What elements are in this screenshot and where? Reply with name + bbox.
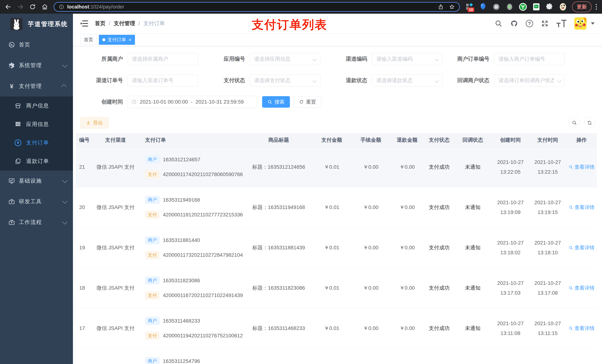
callback-status-select[interactable] [494,74,565,87]
channel-code-select[interactable] [372,53,442,65]
sidebar-item-pay[interactable]: ¥ 支付管理 [0,76,73,96]
briefcase-icon [8,219,15,226]
avatar[interactable] [574,17,586,30]
close-icon[interactable]: × [129,37,131,42]
sidebar-item-dev-tools[interactable]: 研发工具 [0,191,73,212]
cell-pay-time: 2021-10-2713:17:08 [529,268,566,308]
merchant-input[interactable] [127,53,198,65]
merchant-order-no-input[interactable] [494,53,565,65]
app-select[interactable] [249,53,320,65]
sidebar-item-refund-order[interactable]: 退款订单 [0,152,73,171]
url-path: :1024/pay/order [89,4,124,10]
sidebar-item-workflow[interactable]: 工作流程 [0,212,73,233]
sidebar-item-merchant-info[interactable]: 商户信息 [0,96,73,115]
col-fee: 手续金额 [352,133,389,147]
caret-down-icon[interactable] [591,22,595,25]
cell-pay-order: 商户1635311823086 支付4200001167202110271022… [142,268,246,308]
search-button[interactable]: 搜索 [262,96,290,108]
github-icon[interactable] [510,20,518,27]
filter-label-merchant-order-no: 商户订单编号 [442,55,489,63]
record-icon[interactable] [505,3,514,11]
extension-grid-icon[interactable]: 10 [465,3,474,11]
sidebar-item-infrastructure[interactable]: 基础设施 [0,171,73,191]
sidebar: 芋道管理系统 首页 系统管理 ¥ 支付管理 商户信息 应用信息 ¥ 支付订单 退… [0,14,73,364]
info-icon[interactable] [59,4,64,10]
cell-fee: ￥0.00 [352,308,389,348]
cell-id: 21 [76,147,89,187]
table-row-partial: 商户1635311254796 支付 [76,348,597,364]
breadcrumb-home[interactable]: 首页 [95,20,106,27]
command-icon[interactable] [492,3,501,11]
refresh-table-button[interactable] [584,117,595,128]
navbar: 首页 / 支付管理 / 支付订单 支付订单列表 ? [73,14,602,33]
sidebar-item-system[interactable]: 系统管理 [0,55,73,76]
create-time-range-picker[interactable]: 2021-10-01 00:00:00 - 2021-10-31 23:59:5… [127,96,257,108]
search-icon[interactable] [495,20,502,27]
hamburger-icon[interactable] [80,20,88,27]
yen-circle-icon: ¥ [15,139,21,146]
annotation-title: 支付订单列表 [252,17,327,33]
view-detail-link[interactable]: 查看详情 [569,204,595,211]
reload-icon[interactable] [29,3,36,10]
table-row: 17 微信 JSAPI 支付 商户1635311468233 支付4200001… [76,308,597,348]
cell-title: 标题：1635311881439 [246,228,311,268]
balloon-icon[interactable] [479,3,487,11]
sidebar-item-app-info[interactable]: 应用信息 [0,115,73,134]
chat-icon[interactable] [532,3,540,11]
cell-title: 标题：1635311468233 [246,308,311,348]
app-logo-row[interactable]: 芋道管理系统 [0,14,73,34]
pay-status-select[interactable] [249,74,320,87]
browser-menu-icon[interactable] [596,4,597,10]
share-icon[interactable] [438,4,444,10]
home-icon[interactable] [42,3,48,10]
date-separator: - [191,99,193,105]
view-detail-link[interactable]: 查看详情 [569,244,595,251]
sidebar-item-label: 支付管理 [19,83,42,90]
sidebar-item-label: 系统管理 [19,62,42,69]
star-icon[interactable] [449,4,455,10]
clock-icon [131,99,137,105]
toggle-search-button[interactable] [569,117,580,128]
forward-icon[interactable] [17,3,24,10]
merchant-tag: 商户 [145,236,160,244]
channel-order-no-input[interactable] [127,74,198,87]
pay-tag: 支付 [145,332,160,340]
col-title: 商品标题 [246,133,311,147]
font-size-icon[interactable] [557,20,567,27]
puzzle-icon[interactable] [545,3,554,11]
sidebar-item-label: 首页 [19,41,30,48]
url-bar[interactable]: localhost:1024/pay/order [54,2,460,12]
extension-badge: 10 [468,7,474,12]
shop-icon [15,103,21,109]
y-circle-icon[interactable] [519,3,527,11]
cell-pay-order: 商户1635311468233 支付4200001194202110276752… [142,308,246,348]
sidebar-item-home[interactable]: 首页 [0,34,73,55]
cell-refund: ￥0.00 [389,187,425,228]
search-icon [572,120,577,125]
fullscreen-icon[interactable] [541,20,549,27]
refund-status-select[interactable] [372,74,442,87]
sidebar-item-pay-order[interactable]: ¥ 支付订单 [0,134,73,152]
view-detail-link[interactable]: 查看详情 [569,325,595,332]
back-icon[interactable] [5,3,11,10]
export-button[interactable]: 导出 [81,117,108,128]
update-button[interactable]: 更新 [572,1,592,12]
filter-label-refund-status: 退款状态 [320,77,367,84]
tab-home[interactable]: 首页 [80,35,97,45]
filter-label-channel-code: 渠道编码 [320,55,367,63]
cell-title: 标题：1635311823086 [246,268,311,308]
cell-id: 17 [76,308,89,348]
reset-button[interactable]: 重置 [294,96,321,108]
merchant-tag: 商户 [145,357,160,364]
breadcrumb-section[interactable]: 支付管理 [114,20,135,27]
magnifier-icon [569,326,573,331]
help-icon[interactable]: ? [526,20,533,27]
col-pay-time: 支付时间 [529,133,566,147]
emoji-icon[interactable] [559,3,567,11]
tab-pay-order[interactable]: 支付订单 × [99,35,135,45]
view-detail-link[interactable]: 查看详情 [569,285,595,291]
view-detail-link[interactable]: 查看详情 [569,164,595,170]
magnifier-icon [569,245,573,250]
app-title: 芋道管理系统 [28,20,68,28]
col-create-time: 创建时间 [492,133,529,147]
